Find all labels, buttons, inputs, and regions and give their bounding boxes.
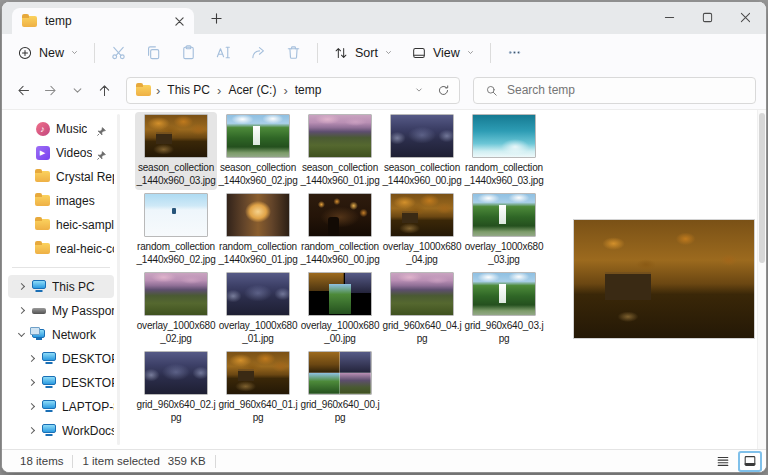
file-thumbnail [144,272,208,316]
file-item[interactable]: season_collection_1440x960_00.jpg [381,112,463,190]
tab-temp[interactable]: temp [12,8,194,34]
file-item[interactable]: season_collection_1440x960_03.jpg [135,112,217,190]
command-toolbar: New Sort View [2,34,766,71]
file-item[interactable]: season_collection_1440x960_01.jpg [299,112,381,190]
file-item[interactable]: grid_960x640_02.jpg [135,349,217,427]
close-button[interactable] [726,2,764,32]
minimize-button[interactable] [650,2,688,32]
tree-chevron-icon[interactable] [25,424,38,437]
tree-chevron-icon[interactable] [25,400,38,413]
toolbar-divider [94,43,95,63]
cut-button[interactable] [101,38,136,67]
thumbnail-view-button[interactable] [740,453,760,470]
sidebar-item-workdocs[interactable]: WorkDocs [8,419,114,442]
file-item[interactable]: overlay_1000x680_01.jpg [217,270,299,348]
new-tab-button[interactable] [204,6,228,30]
more-options-button[interactable] [497,38,532,67]
refresh-icon[interactable] [431,78,455,103]
file-item[interactable]: random_collection_1440x960_02.jpg [135,191,217,269]
details-view-button[interactable] [713,453,733,470]
breadcrumb-item[interactable]: temp [293,82,324,98]
tab-close-icon[interactable] [170,12,188,30]
arrow-right-icon [43,83,58,98]
arrow-up-icon [97,83,112,98]
file-item[interactable]: overlay_1000x680_04.jpg [381,191,463,269]
sidebar-item-heic-samples[interactable]: heic-samples [8,213,114,236]
maximize-button[interactable] [688,2,726,32]
scrollbar-thumb[interactable] [759,113,765,263]
sidebar-item-label: images [56,194,95,208]
sidebar-item-images[interactable]: images [8,189,114,212]
sidebar-item-laptop-8gd[interactable]: LAPTOP-8GD [8,395,114,418]
pc-icon [40,400,57,413]
sidebar-item-real-heic-conv[interactable]: real-heic-conv [8,237,114,260]
rename-button[interactable] [206,38,241,67]
sidebar-item-desktop-au[interactable]: DESKTOP-AU [8,347,114,370]
new-button[interactable]: New [8,38,88,67]
folder-icon [22,16,37,27]
file-item[interactable]: overlay_1000x680_00.jpg [299,270,381,348]
view-button[interactable]: View [402,38,484,67]
tree-chevron-icon[interactable] [25,376,38,389]
tree-chevron-icon[interactable] [15,280,28,293]
sidebar-item-label: WorkDocs [62,424,114,438]
file-item[interactable]: random_collection_1440x960_03.jpg [463,112,545,190]
sidebar-item-music[interactable]: Music [8,117,114,140]
forward-button[interactable] [37,77,64,104]
tree-chevron-icon[interactable] [15,304,28,317]
file-item[interactable]: season_collection_1440x960_02.jpg [217,112,299,190]
music-icon [34,122,51,136]
delete-button[interactable] [276,38,311,67]
file-item[interactable]: grid_960x640_04.jpg [381,270,463,348]
share-button[interactable] [241,38,276,67]
pin-icon [96,123,107,134]
address-bar[interactable]: ›This PC›Acer (C:)›temp [126,77,460,104]
file-item[interactable]: random_collection_1440x960_00.jpg [299,191,381,269]
files-pane: season_collection_1440x960_03.jpg season… [120,110,766,449]
file-item[interactable]: grid_960x640_00.jpg [299,349,381,427]
sidebar-item-crystal-report[interactable]: Crystal Report [8,165,114,188]
address-dropdown-icon[interactable] [407,78,431,103]
file-grid-row: overlay_1000x680_02.jpg overlay_1000x680… [135,270,545,348]
sidebar-item-this-pc[interactable]: This PC [8,275,114,298]
tree-chevron-icon[interactable] [25,352,38,365]
file-item[interactable]: overlay_1000x680_02.jpg [135,270,217,348]
share-icon [250,44,267,61]
tree-chevron-icon[interactable] [15,328,28,341]
file-item[interactable]: grid_960x640_03.jpg [463,270,545,348]
file-name: random_collection_1440x960_03.jpg [464,161,544,187]
file-item[interactable]: random_collection_1440x960_01.jpg [217,191,299,269]
breadcrumb-item[interactable]: Acer (C:) [226,82,278,98]
file-thumbnail [226,351,290,395]
search-icon [485,84,498,97]
rename-icon [215,44,232,61]
file-thumbnail [226,272,290,316]
file-thumbnail [390,193,454,237]
copy-button[interactable] [136,38,171,67]
sidebar-item-desktop-cp[interactable]: DESKTOP-CP [8,371,114,394]
vertical-scrollbar[interactable] [757,110,766,449]
breadcrumb-item[interactable]: This PC [165,82,212,98]
file-item[interactable]: overlay_1000x680_03.jpg [463,191,545,269]
sort-button[interactable]: Sort [324,38,402,67]
file-item[interactable]: grid_960x640_01.jpg [217,349,299,427]
network-icon [30,329,47,341]
sidebar-item-label: Music [56,122,87,136]
sidebar-item-videos[interactable]: Videos [8,141,114,164]
chevron-down-icon [466,48,475,57]
up-button[interactable] [91,77,118,104]
sidebar-divider [12,267,110,268]
file-name: season_collection_1440x960_01.jpg [300,161,380,187]
items-count: 18 items [20,455,63,467]
file-name: season_collection_1440x960_00.jpg [382,161,462,187]
navigation-pane: Music Videos Crystal Report images heic-… [2,110,120,449]
sidebar-item-my-passport-d[interactable]: My Passport (D [8,299,114,322]
back-button[interactable] [10,77,37,104]
paste-button[interactable] [171,38,206,67]
file-name: random_collection_1440x960_00.jpg [300,240,380,266]
sidebar-item-network[interactable]: Network [8,323,114,346]
recent-locations-button[interactable] [64,77,91,104]
search-input[interactable]: Search temp [473,77,756,104]
file-thumbnail [308,114,372,158]
tab-title: temp [45,14,162,28]
